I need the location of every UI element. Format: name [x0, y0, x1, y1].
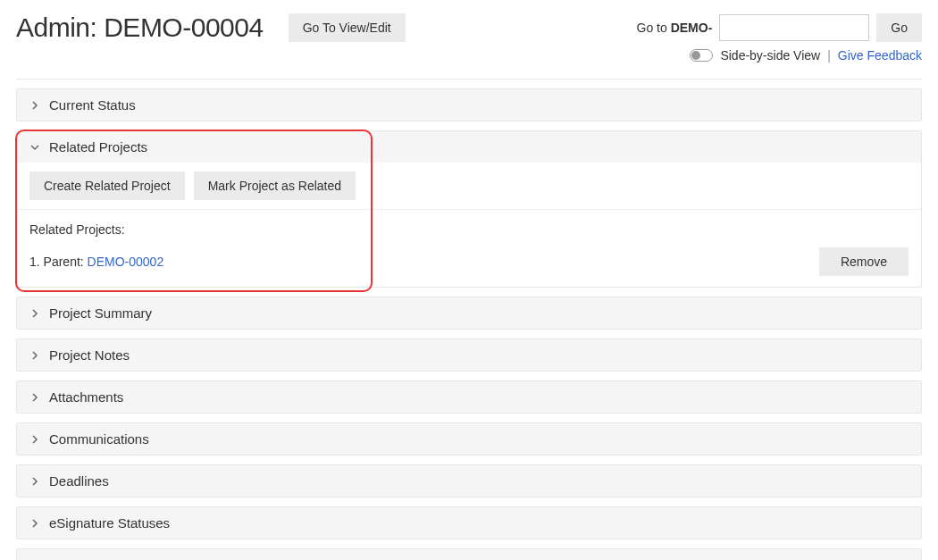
chevron-right-icon — [29, 350, 40, 361]
chevron-right-icon — [29, 476, 40, 487]
page-header: Admin: DEMO-00004 Go To View/Edit Go to … — [16, 13, 922, 43]
divider: | — [827, 48, 831, 63]
panel-title-project-summary: Project Summary — [49, 305, 152, 321]
panel-communications: Communications — [16, 422, 922, 456]
page-title: Admin: DEMO-00004 — [16, 13, 264, 43]
panel-deadlines: Deadlines — [16, 464, 922, 497]
related-project-item: 1. Parent: DEMO-00002 — [29, 255, 163, 269]
panel-title-current-status: Current Status — [49, 97, 136, 113]
go-to-view-edit-button[interactable]: Go To View/Edit — [289, 13, 406, 42]
related-projects-list-heading: Related Projects: — [29, 222, 909, 237]
panel-body-related-projects: Create Related Project Mark Project as R… — [17, 163, 921, 287]
panel-header-related-projects[interactable]: Related Projects — [17, 131, 921, 163]
panel-header-attachments[interactable]: Attachments — [17, 381, 921, 413]
panel-header-project-summary[interactable]: Project Summary — [17, 297, 921, 329]
related-projects-button-row: Create Related Project Mark Project as R… — [29, 171, 909, 200]
panel-inner-divider — [17, 209, 921, 210]
side-by-side-label: Side-by-side View — [720, 48, 820, 63]
panel-esignature-statuses: eSignature Statuses — [16, 506, 922, 539]
panel-title-related-projects: Related Projects — [49, 139, 147, 155]
panel-related-projects: Related Projects Create Related Project … — [16, 130, 922, 288]
related-project-item-prefix: 1. Parent: — [29, 255, 88, 269]
chevron-right-icon — [29, 100, 40, 111]
header-divider — [16, 79, 922, 79]
chevron-right-icon — [29, 308, 40, 319]
panel-other-information: Other Information — [16, 548, 922, 560]
goto-prefix: Go to — [637, 21, 671, 35]
panel-title-project-notes: Project Notes — [49, 347, 130, 363]
chevron-right-icon — [29, 434, 40, 445]
header-left: Admin: DEMO-00004 Go To View/Edit — [16, 13, 406, 43]
related-project-row: 1. Parent: DEMO-00002 Remove — [29, 247, 909, 276]
go-button[interactable]: Go — [876, 13, 922, 42]
panel-header-current-status[interactable]: Current Status — [17, 89, 921, 121]
header-right-goto: Go to DEMO- Go — [637, 13, 923, 42]
panel-title-communications: Communications — [49, 431, 149, 447]
create-related-project-button[interactable]: Create Related Project — [29, 171, 185, 200]
mark-project-as-related-button[interactable]: Mark Project as Related — [194, 171, 356, 200]
remove-button[interactable]: Remove — [819, 247, 909, 276]
panel-project-summary: Project Summary — [16, 297, 922, 330]
panel-header-communications[interactable]: Communications — [17, 423, 921, 455]
chevron-right-icon — [29, 518, 40, 529]
panel-header-other-information[interactable]: Other Information — [17, 549, 921, 560]
goto-input[interactable] — [719, 14, 869, 41]
goto-bold: DEMO- — [671, 21, 713, 35]
related-project-link[interactable]: DEMO-00002 — [88, 255, 164, 269]
panel-header-esignature-statuses[interactable]: eSignature Statuses — [17, 507, 921, 539]
chevron-down-icon — [29, 142, 40, 153]
side-by-side-toggle[interactable] — [690, 49, 713, 62]
chevron-right-icon — [29, 392, 40, 403]
sub-header: Side-by-side View | Give Feedback — [16, 48, 922, 63]
goto-label: Go to DEMO- — [637, 21, 713, 35]
panel-current-status: Current Status — [16, 88, 922, 121]
panel-header-deadlines[interactable]: Deadlines — [17, 465, 921, 497]
panel-title-attachments: Attachments — [49, 389, 123, 405]
panel-header-project-notes[interactable]: Project Notes — [17, 339, 921, 371]
panel-attachments: Attachments — [16, 380, 922, 414]
panel-title-deadlines: Deadlines — [49, 473, 109, 489]
panel-title-esignature: eSignature Statuses — [49, 515, 170, 531]
give-feedback-link[interactable]: Give Feedback — [838, 48, 922, 63]
panel-project-notes: Project Notes — [16, 339, 922, 372]
